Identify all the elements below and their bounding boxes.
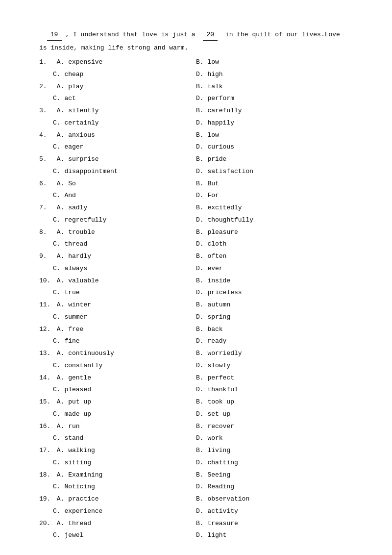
item-c: C. regretfully [39, 214, 196, 227]
item-c: C. certainly [39, 117, 196, 129]
item-label: 2. A. play [39, 81, 196, 93]
blank-19: 19 [47, 29, 62, 41]
item-c: C. cheap [39, 69, 196, 81]
item-d: D. curious [196, 141, 353, 153]
item-c: C. Noticing [39, 481, 196, 493]
item-label: 4. A. anxious [39, 129, 196, 142]
item-b: B. excitedly [196, 202, 353, 214]
choices-table: 1. A. expensive B. low C. cheap D. high … [39, 56, 353, 542]
item-b: B. living [196, 445, 353, 457]
item-c: C. stand [39, 432, 196, 445]
item-label: 15. A. put up [39, 396, 196, 408]
item-label: 5. A. surprise [39, 153, 196, 166]
item-label: 8. A. trouble [39, 227, 196, 239]
item-b: B. perfect [196, 372, 353, 384]
item-d: D. high [196, 69, 353, 81]
item-d: D. Reading [196, 481, 353, 493]
item-d: D. ever [196, 263, 353, 275]
intro-line-1: 19 , I understand that love is just a 20… [39, 29, 353, 41]
item-label: 1. A. expensive [39, 56, 196, 69]
item-b: B. observation [196, 493, 353, 505]
item-d: D. ready [196, 335, 353, 348]
item-c: C. And [39, 190, 196, 202]
item-label: 3. A. silently [39, 105, 196, 117]
item-d: D. For [196, 190, 353, 202]
item-c: C. eager [39, 141, 196, 153]
item-c: C. fine [39, 335, 196, 348]
item-c: C. always [39, 263, 196, 275]
item-d: D. priceless [196, 287, 353, 299]
item-label: 13. A. continuously [39, 348, 196, 360]
item-c: C. true [39, 287, 196, 299]
item-label: 11. A. winter [39, 299, 196, 311]
item-label: 14. A. gentle [39, 372, 196, 384]
item-d: D. chatting [196, 457, 353, 469]
item-b: B. pleasure [196, 227, 353, 239]
item-d: D. happily [196, 117, 353, 129]
item-label: 20. A. thread [39, 518, 196, 530]
item-label: 6. A. So [39, 178, 196, 190]
item-b: B. talk [196, 81, 353, 93]
item-b: B. low [196, 129, 353, 142]
item-label: 17. A. walking [39, 445, 196, 457]
item-d: D. perform [196, 93, 353, 105]
item-b: B. inside [196, 275, 353, 287]
item-c: C. disappointment [39, 166, 196, 178]
item-b: B. pride [196, 153, 353, 166]
item-c: C. act [39, 93, 196, 105]
item-d: D. activity [196, 505, 353, 518]
item-label: 10. A. valuable [39, 275, 196, 287]
item-b: B. took up [196, 396, 353, 408]
item-d: D. cloth [196, 238, 353, 251]
item-c: C. constantly [39, 360, 196, 372]
item-c: C. sitting [39, 457, 196, 469]
item-b: B. But [196, 178, 353, 190]
item-b: B. low [196, 56, 353, 69]
options-section: 1. A. expensive B. low C. cheap D. high … [39, 56, 353, 542]
item-b: B. worriedly [196, 348, 353, 360]
item-b: B. carefully [196, 105, 353, 117]
item-d: D. light [196, 530, 353, 542]
item-b: B. treasure [196, 518, 353, 530]
item-d: D. work [196, 432, 353, 445]
item-d: D. thankful [196, 384, 353, 396]
item-c: C. jewel [39, 530, 196, 542]
item-b: B. recover [196, 421, 353, 433]
item-label: 16. A. run [39, 421, 196, 433]
item-label: 19. A. practice [39, 493, 196, 505]
item-d: D. satisfaction [196, 166, 353, 178]
item-c: C. summer [39, 311, 196, 324]
item-b: B. autumn [196, 299, 353, 311]
item-d: D. slowly [196, 360, 353, 372]
item-b: B. Seeing [196, 469, 353, 481]
intro-line-2: is inside, making life strong and warm. [39, 43, 353, 53]
item-b: B. often [196, 251, 353, 263]
item-c: C. made up [39, 408, 196, 421]
item-c: C. thread [39, 238, 196, 251]
item-label: 7. A. sadly [39, 202, 196, 214]
item-d: D. spring [196, 311, 353, 324]
intro-paragraph: 19 , I understand that love is just a 20… [39, 29, 353, 53]
item-d: D. thoughtfully [196, 214, 353, 227]
blank-20: 20 [203, 29, 218, 41]
item-label: 18. A. Examining [39, 469, 196, 481]
item-b: B. back [196, 324, 353, 336]
item-c: C. pleased [39, 384, 196, 396]
item-d: D. set up [196, 408, 353, 421]
item-c: C. experience [39, 505, 196, 518]
item-label: 9. A. hardly [39, 251, 196, 263]
item-label: 12. A. free [39, 324, 196, 336]
